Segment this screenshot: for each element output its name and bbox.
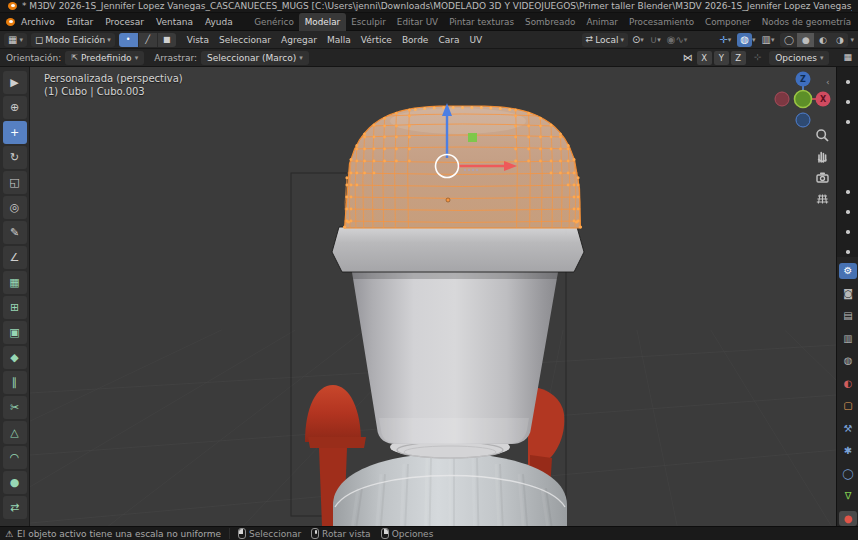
viewport-menu-cara[interactable]: Cara (433, 35, 464, 45)
extrude-region-tool-button[interactable]: ⊞ (3, 296, 27, 319)
outliner-item-dot[interactable] (846, 230, 850, 234)
viewport-menu-seleccionar[interactable]: Seleccionar (214, 35, 276, 45)
inset-faces-tool-button[interactable]: ▣ (3, 321, 27, 344)
annotate-tool-button[interactable]: ✎ (3, 221, 27, 244)
properties-tab-physics[interactable]: ◯ (839, 466, 857, 482)
overlays-button[interactable]: ◍ ▾ (737, 33, 755, 47)
knife-tool-button[interactable]: ✂ (3, 396, 27, 419)
properties-tab-object[interactable]: ▢ (839, 398, 857, 414)
menu-editar[interactable]: Editar (61, 14, 100, 30)
menu-ventana[interactable]: Ventana (150, 14, 199, 30)
outliner-item-dot[interactable] (846, 190, 850, 194)
properties-tab-view-layer[interactable]: ▥ (839, 331, 857, 347)
solid-shading-button[interactable]: ● (797, 33, 814, 47)
workspace-tab-nodos-de-geometría[interactable]: Nodos de geometría (756, 13, 856, 31)
viewport-menu-vértice[interactable]: Vértice (356, 35, 397, 45)
transform-tool-button[interactable]: ◎ (3, 196, 27, 219)
mirror-axis-y-button[interactable]: Y (714, 51, 729, 65)
zoom-button[interactable] (811, 125, 833, 145)
outliner-item-dot[interactable] (846, 80, 850, 84)
mirror-icon[interactable]: ⋈ (683, 53, 693, 63)
pan-hand-button[interactable] (811, 146, 833, 166)
properties-tab-particles[interactable]: ✱ (839, 443, 857, 459)
workspace-tab-esculpir[interactable]: Esculpir (346, 13, 392, 31)
cursor-tool-button[interactable]: ⊕ (3, 96, 27, 119)
smooth-tool-button[interactable]: ● (3, 471, 27, 494)
mode-dropdown[interactable]: ◻ Modo Edición ▾ (31, 33, 115, 47)
perspective-toggle-button[interactable] (811, 188, 833, 208)
properties-tab-modifiers[interactable]: ⚒ (839, 421, 857, 437)
xray-toggle[interactable]: ▥ ▾ (762, 35, 775, 45)
edge-select-button[interactable]: ╱ (138, 33, 157, 47)
right-strip: ⚙◙▤▥◍◐▢⚒✱◯∇● (836, 67, 858, 526)
outliner-item-dot[interactable] (846, 210, 850, 214)
app-menu-icon[interactable] (4, 18, 15, 26)
pivot-point-button[interactable]: ⊙ ▾ (632, 35, 644, 45)
properties-tab-scene[interactable]: ◍ (839, 353, 857, 369)
workspace-tab-modelar[interactable]: Modelar (299, 13, 345, 31)
drag-mode-dropdown[interactable]: Seleccionar (Marco) ▾ (201, 51, 309, 65)
move-tool-button[interactable]: + (3, 121, 27, 144)
workspace-tab-pintar-texturas[interactable]: Pintar texturas (444, 13, 520, 31)
rendered-shading-button[interactable]: ◑ (831, 33, 848, 47)
workspace-tab-genérico[interactable]: Genérico (249, 13, 300, 31)
workspace-tab-sombreado[interactable]: Sombreado (520, 13, 581, 31)
properties-tab-data[interactable]: ∇ (839, 488, 857, 504)
axis-y-ball[interactable] (795, 91, 812, 108)
viewport-menu-agregar[interactable]: Agregar (276, 35, 322, 45)
workspace-tab-componer[interactable]: Componer (700, 13, 757, 31)
mirror-axis-z-button[interactable]: Z (731, 51, 746, 65)
bevel-tool-button[interactable]: ◆ (3, 346, 27, 369)
material-shading-button[interactable]: ◐ (814, 33, 831, 47)
viewport-menu-malla[interactable]: Malla (322, 35, 356, 45)
selected-dome-mesh[interactable] (343, 106, 582, 229)
rotate-tool-button[interactable]: ↻ (3, 146, 27, 169)
wireframe-shading-button[interactable]: ◯ (780, 33, 797, 47)
properties-tab-world[interactable]: ◐ (839, 376, 857, 392)
viewport-canvas[interactable] (30, 67, 836, 526)
navigation-axis-gizmo[interactable]: Z X (771, 67, 835, 131)
poly-build-tool-button[interactable]: △ (3, 421, 27, 444)
snap-button[interactable]: ∪ ▾ (650, 35, 661, 45)
edge-slide-tool-button[interactable]: ⇄ (3, 496, 27, 519)
viewport-menu-borde[interactable]: Borde (397, 35, 433, 45)
camera-view-button[interactable] (811, 167, 833, 187)
loop-cut-tool-button[interactable]: ∥ (3, 371, 27, 394)
face-select-button[interactable]: ■ (157, 33, 176, 47)
menu-archivo[interactable]: Archivo (15, 14, 61, 30)
properties-tab-tool[interactable]: ⚙ (839, 263, 857, 279)
viewport-3d[interactable]: Personalizada (perspectiva) (1) Cubo | C… (30, 67, 836, 526)
outliner-item-dot[interactable] (846, 120, 850, 124)
editor-type-button[interactable]: ▦ ▾ (4, 33, 27, 47)
vertex-select-button[interactable]: • (119, 33, 138, 47)
outliner-item-dot[interactable] (846, 100, 850, 104)
orientation-preset-dropdown[interactable]: ⇱ Predefinido ▾ (65, 51, 144, 65)
properties-tab-material[interactable]: ● (839, 511, 857, 527)
proportional-edit-button[interactable]: ◉ ∿ ▾ (667, 35, 688, 45)
hat-body[interactable] (352, 272, 558, 444)
snap-base-icon[interactable]: ⊹ (754, 53, 762, 62)
workspace-tab-procesamiento[interactable]: Procesamiento (624, 13, 700, 31)
menu-procesar[interactable]: Procesar (99, 14, 150, 30)
measure-tool-button[interactable]: ∠ (3, 246, 27, 269)
workspace-tab-editar-uv[interactable]: Editar UV (391, 13, 443, 31)
hat-brim[interactable] (332, 227, 584, 272)
axis-neg-z-ball[interactable] (796, 113, 810, 127)
gizmo-plane-handle[interactable] (468, 133, 477, 142)
axis-neg-x-ball[interactable] (775, 92, 789, 106)
properties-tab-output[interactable]: ▤ (839, 308, 857, 324)
show-gizmos-button[interactable]: ✛ ▾ (719, 35, 731, 45)
outliner-item-dot[interactable] (846, 250, 850, 254)
viewport-menu-vista[interactable]: Vista (182, 35, 214, 45)
transform-orientation-dropdown[interactable]: ⇄ Local ▾ (582, 33, 628, 47)
options-dropdown[interactable]: Opciones ▾ (769, 51, 829, 65)
properties-tab-render[interactable]: ◙ (839, 286, 857, 302)
workspace-tab-animar[interactable]: Animar (581, 13, 624, 31)
scale-tool-button[interactable]: ◱ (3, 171, 27, 194)
mirror-axis-x-button[interactable]: X (697, 51, 712, 65)
add-cube-tool-button[interactable]: ▦ (3, 271, 27, 294)
spin-tool-button[interactable]: ◠ (3, 446, 27, 469)
viewport-menu-uv[interactable]: UV (464, 35, 487, 45)
menu-ayuda[interactable]: Ayuda (199, 14, 239, 30)
tweak-select-tool-button[interactable]: ▶ (3, 71, 27, 94)
